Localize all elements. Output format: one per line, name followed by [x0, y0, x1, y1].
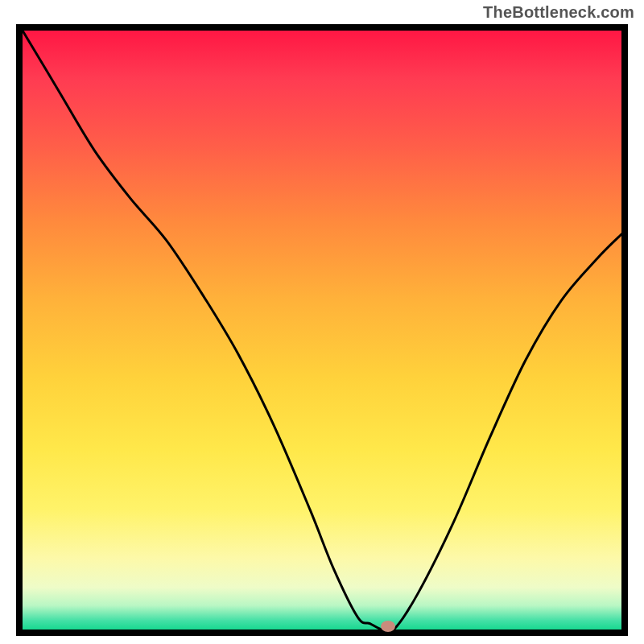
chart-svg — [23, 31, 621, 630]
attribution-text: TheBottleneck.com — [483, 3, 634, 22]
plot-frame — [16, 24, 628, 636]
bottleneck-curve — [23, 31, 621, 633]
optimum-marker — [381, 621, 395, 632]
